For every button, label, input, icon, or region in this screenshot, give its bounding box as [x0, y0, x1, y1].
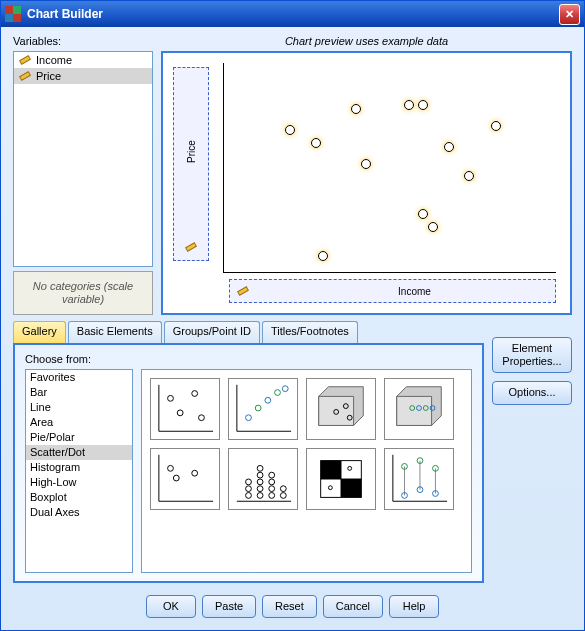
svg-point-6	[168, 395, 174, 401]
type-item-favorites[interactable]: Favorites	[26, 370, 132, 385]
svg-point-36	[246, 479, 252, 485]
choose-from-label: Choose from:	[25, 353, 472, 365]
close-button[interactable]: ✕	[559, 4, 580, 25]
no-categories-box: No categories (scale variable)	[13, 271, 153, 315]
variables-panel: Variables: Income Price	[13, 35, 153, 315]
thumb-stacked-dot[interactable]	[228, 448, 298, 510]
cancel-button[interactable]: Cancel	[323, 595, 383, 618]
variable-item-income[interactable]: Income	[14, 52, 152, 68]
x-axis-dropzone[interactable]: Income	[229, 279, 556, 303]
chart-builder-window: Chart Builder ✕ Variables: Income	[0, 0, 585, 631]
svg-point-16	[282, 386, 288, 392]
preview-dot	[444, 142, 454, 152]
svg-point-9	[199, 415, 205, 421]
chart-thumbnails	[141, 369, 472, 573]
svg-point-45	[269, 472, 275, 478]
help-button[interactable]: Help	[389, 595, 439, 618]
svg-point-41	[257, 465, 263, 471]
tabs-header: Gallery Basic Elements Groups/Point ID T…	[13, 321, 484, 343]
gallery-row: FavoritesBarLineAreaPie/PolarScatter/Dot…	[25, 369, 472, 573]
svg-point-37	[257, 493, 263, 499]
type-item-bar[interactable]: Bar	[26, 385, 132, 400]
svg-point-12	[246, 415, 252, 421]
svg-point-38	[257, 486, 263, 492]
preview-dot	[285, 125, 295, 135]
svg-point-13	[255, 405, 261, 411]
svg-rect-2	[186, 243, 197, 251]
preview-dot	[311, 138, 321, 148]
titlebar: Chart Builder ✕	[1, 1, 584, 27]
y-axis-dropzone[interactable]: Price	[173, 67, 209, 261]
thumb-grouped-3d-scatter[interactable]	[384, 378, 454, 440]
preview-dot	[318, 251, 328, 261]
app-icon	[5, 6, 21, 22]
thumb-3d-scatter[interactable]	[306, 378, 376, 440]
y-axis-label: Price	[180, 68, 203, 234]
type-item-histogram[interactable]: Histogram	[26, 460, 132, 475]
tab-basic-elements[interactable]: Basic Elements	[68, 321, 162, 343]
thumb-drop-line[interactable]	[384, 448, 454, 510]
svg-point-34	[246, 493, 252, 499]
top-row: Variables: Income Price	[13, 35, 572, 315]
preview-dot	[491, 121, 501, 131]
element-properties-button[interactable]: Element Properties...	[492, 337, 572, 373]
chart-type-list[interactable]: FavoritesBarLineAreaPie/PolarScatter/Dot…	[25, 369, 133, 573]
preview-dot	[361, 159, 371, 169]
thumb-matrix-scatter[interactable]	[306, 448, 376, 510]
y-axis-line	[223, 63, 224, 273]
ok-button[interactable]: OK	[146, 595, 196, 618]
type-item-boxplot[interactable]: Boxplot	[26, 490, 132, 505]
svg-rect-52	[341, 479, 361, 497]
svg-point-40	[257, 472, 263, 478]
svg-rect-0	[20, 56, 31, 64]
svg-point-35	[246, 486, 252, 492]
type-item-scatter-dot[interactable]: Scatter/Dot	[26, 445, 132, 460]
preview-dot	[418, 100, 428, 110]
reset-button[interactable]: Reset	[262, 595, 317, 618]
thumb-simple-dot[interactable]	[150, 448, 220, 510]
preview-panel: Chart preview uses example data Price	[161, 35, 572, 315]
svg-rect-51	[321, 461, 341, 479]
svg-point-53	[348, 466, 352, 470]
type-item-area[interactable]: Area	[26, 415, 132, 430]
tab-groups-point-id[interactable]: Groups/Point ID	[164, 321, 260, 343]
thumb-grouped-scatter[interactable]	[228, 378, 298, 440]
x-axis-line	[223, 272, 556, 273]
preview-dot	[428, 222, 438, 232]
bottom-buttons: OK Paste Reset Cancel Help	[13, 589, 572, 622]
scale-icon	[184, 240, 198, 254]
svg-point-7	[177, 410, 183, 416]
tab-gallery[interactable]: Gallery	[13, 321, 66, 343]
thumb-simple-scatter[interactable]	[150, 378, 220, 440]
svg-point-14	[265, 397, 271, 403]
svg-point-42	[269, 493, 275, 499]
scale-icon	[236, 284, 250, 298]
chart-preview[interactable]: Price Income	[161, 51, 572, 315]
type-item-line[interactable]: Line	[26, 400, 132, 415]
variable-item-price[interactable]: Price	[14, 68, 152, 84]
paste-button[interactable]: Paste	[202, 595, 256, 618]
variables-list[interactable]: Income Price	[13, 51, 153, 267]
side-buttons: Element Properties... Options...	[492, 321, 572, 583]
preview-dot	[418, 209, 428, 219]
svg-rect-1	[20, 72, 31, 80]
svg-point-47	[280, 486, 286, 492]
type-item-dual-axes[interactable]: Dual Axes	[26, 505, 132, 520]
svg-point-39	[257, 479, 263, 485]
middle-row: Gallery Basic Elements Groups/Point ID T…	[13, 321, 572, 583]
scale-icon	[18, 69, 32, 83]
svg-marker-18	[319, 396, 354, 425]
svg-point-46	[280, 493, 286, 499]
variable-name: Price	[36, 70, 61, 82]
svg-marker-23	[397, 396, 432, 425]
type-item-high-low[interactable]: High-Low	[26, 475, 132, 490]
preview-dot	[351, 104, 361, 114]
svg-point-30	[168, 465, 174, 471]
tab-titles-footnotes[interactable]: Titles/Footnotes	[262, 321, 358, 343]
options-button[interactable]: Options...	[492, 381, 572, 404]
svg-point-32	[192, 470, 198, 476]
variables-label: Variables:	[13, 35, 153, 47]
gallery-body: Choose from: FavoritesBarLineAreaPie/Pol…	[13, 343, 484, 583]
x-axis-label: Income	[280, 286, 549, 297]
type-item-pie-polar[interactable]: Pie/Polar	[26, 430, 132, 445]
